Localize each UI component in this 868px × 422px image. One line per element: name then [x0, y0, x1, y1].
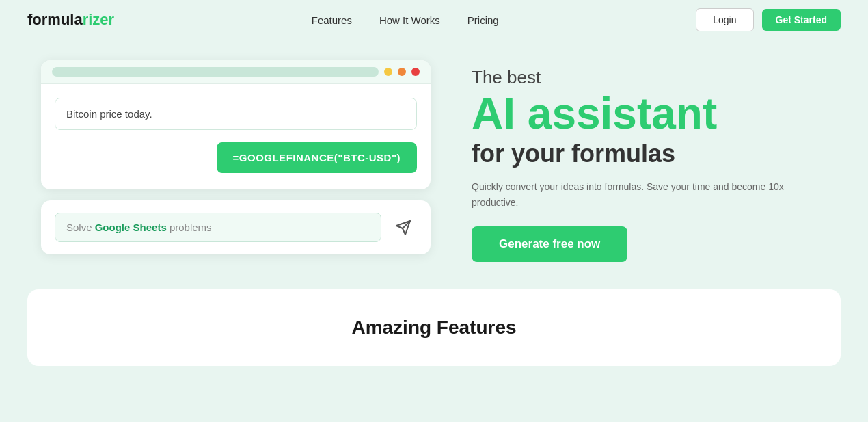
- nav-link-pricing[interactable]: Pricing: [467, 14, 499, 26]
- dot-orange: [398, 68, 406, 76]
- logo[interactable]: formularizer: [27, 11, 114, 29]
- solve-bold: Google Sheets: [95, 222, 167, 233]
- hero-left-panel: Bitcoin price today. =GOOGLEFINANCE("BTC…: [41, 60, 431, 254]
- nav-link-how-it-works[interactable]: How It Works: [379, 14, 440, 26]
- hero-right-panel: The best AI assistant for your formulas …: [472, 60, 827, 262]
- solve-suffix: problems: [167, 222, 212, 233]
- solve-prefix: Solve: [66, 222, 95, 233]
- hero-title: AI assistant: [472, 91, 827, 137]
- formula-result: =GOOGLEFINANCE("BTC-USD"): [217, 142, 417, 173]
- solve-input-display[interactable]: Solve Google Sheets problems: [55, 213, 381, 242]
- browser-titlebar: [41, 60, 431, 84]
- send-button[interactable]: [390, 214, 417, 241]
- login-button[interactable]: Login: [696, 8, 753, 31]
- nav-links: Features How It Works Pricing: [312, 14, 499, 26]
- browser-input-text: Bitcoin price today.: [55, 98, 417, 130]
- hero-description: Quickly convert your ideas into formulas…: [472, 179, 827, 210]
- nav-actions: Login Get Started: [696, 8, 841, 31]
- send-icon: [395, 220, 411, 236]
- hero-section: Bitcoin price today. =GOOGLEFINANCE("BTC…: [0, 40, 868, 276]
- browser-address-bar: [52, 67, 379, 77]
- nav-link-features[interactable]: Features: [312, 14, 352, 26]
- generate-button[interactable]: Generate free now: [472, 226, 627, 262]
- features-section: Amazing Features: [27, 289, 841, 366]
- navbar: formularizer Features How It Works Prici…: [0, 0, 868, 40]
- hero-subtitle: The best: [472, 67, 827, 88]
- logo-text: formularizer: [27, 11, 114, 28]
- features-title: Amazing Features: [68, 317, 800, 339]
- dot-yellow: [384, 68, 392, 76]
- get-started-button[interactable]: Get Started: [762, 9, 841, 31]
- dot-red: [411, 68, 420, 76]
- hero-title2: for your formulas: [472, 140, 827, 168]
- browser-mockup: Bitcoin price today. =GOOGLEFINANCE("BTC…: [41, 60, 431, 189]
- browser-body: Bitcoin price today. =GOOGLEFINANCE("BTC…: [41, 84, 431, 189]
- solve-input-card: Solve Google Sheets problems: [41, 200, 431, 254]
